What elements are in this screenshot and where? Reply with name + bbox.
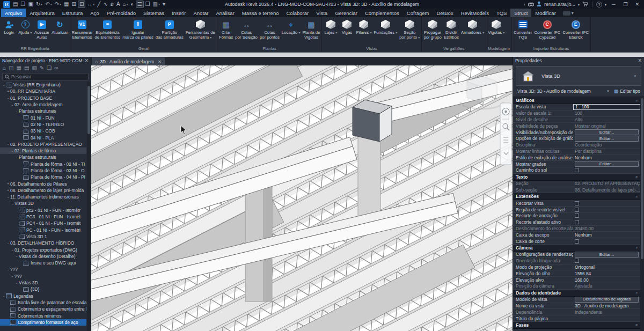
property-row-disciplina[interactable]: DisciplinaCoordenação [513, 142, 640, 149]
menu-tab-revitmodels[interactable]: RevitModels [457, 9, 493, 17]
user-caret-icon[interactable]: ▾ [578, 3, 580, 6]
tree-expander[interactable]: + [6, 89, 10, 94]
tree-item-01-ni-fun[interactable]: 01 NI - FUN [0, 114, 86, 121]
sun-settings-icon[interactable]: ◐ [130, 1, 135, 8]
ribbon-button-cotas-por-selecao[interactable]: ↔Cotaspor Seleção [234, 18, 259, 40]
property-section-camera[interactable]: Câmera≡ [513, 245, 640, 252]
tree-item-vistas-rr-engenharia[interactable]: -Vistas (RR Engenharia) [0, 82, 86, 88]
property-row-deslocamento-do-recorte-afas[interactable]: Deslocamento do recorte afas...30480.00 [513, 226, 640, 232]
visual-style-icon[interactable]: ☰ [136, 1, 144, 8]
tree-expander[interactable]: - [14, 281, 19, 285]
property-value[interactable]: Por disciplina [575, 149, 602, 154]
edit-type-button[interactable]: ▦ Editar tipo [613, 89, 641, 94]
tree-expander[interactable]: + [6, 188, 10, 193]
tree-expander[interactable]: - [6, 267, 10, 272]
detail-line-icon[interactable]: ∿ [102, 1, 108, 8]
tree-item-08-detalhamento-de-lajes-pre-molda[interactable]: +08. Detalhamento de lajes pré-molda [0, 187, 86, 194]
tree-item-01-projetos-exportados-dwg[interactable]: -01. Projetos exportados (DWG) [0, 246, 86, 253]
home-icon[interactable]: ⌂ [3, 65, 6, 71]
search-binoculars-icon[interactable] [528, 2, 534, 8]
redo-icon[interactable]: ↷▾ [54, 1, 62, 8]
tree-item-11-detalhamentos-tridimensionais[interactable]: -11. Detalhamentos tridimensionais [0, 194, 86, 200]
property-row-secao[interactable]: Seção02. PROJETO P/ APRESENTAÇÃO [513, 181, 640, 187]
tree-item-02-plantas-de-forma[interactable]: -02. Plantas de fôrma [0, 148, 86, 154]
close-button[interactable]: ✕ [633, 2, 642, 7]
property-row-estilo-de-exibicao-de-analise-p[interactable]: Estilo de exibição de análise p...Nenhum [513, 155, 640, 161]
tree-item-cobrimento-e-espacamento-entre-ba[interactable]: Cobrimento e espaçamento entre ba [0, 306, 86, 312]
menu-tab-cofragem[interactable]: Cofragem [403, 9, 433, 17]
tree-expander[interactable]: - [6, 195, 10, 200]
tree-expander[interactable]: + [6, 181, 10, 186]
menu-tab-massa-e-terreno[interactable]: Massa e terreno [238, 9, 283, 17]
ribbon-button-criar-formas[interactable]: ▦CriarFôrmas [218, 18, 234, 40]
ribbon-button-cotas-por-pontos[interactable]: ↔Cotaspor pontos [259, 18, 281, 40]
menu-tab-sistemas[interactable]: Sistemas [140, 9, 168, 17]
file-properties-icon[interactable]: ▤ [12, 1, 19, 8]
tree-item-pc4-01-ni-fun-isomet[interactable]: PC4 - 01 NI - FUN - Isomét [0, 220, 86, 226]
property-row-orientacao-bloqueada[interactable]: Orientação bloqueada [513, 258, 640, 264]
tree-item-pc-01-ni-fun-isometri[interactable]: PC - 01 NI - FUN - Isométri [0, 227, 86, 233]
menu-tab-tqs[interactable]: TQS [493, 9, 511, 17]
menu-tab-vista[interactable]: Vista [312, 9, 331, 17]
editar-button[interactable]: Detalhamento de vigotas [575, 297, 639, 303]
ribbon-button-vigas[interactable]: Vigas [339, 18, 355, 35]
tree-expander[interactable]: - [10, 149, 14, 153]
checkbox[interactable] [575, 201, 579, 205]
sync-icon[interactable]: ↻▾ [35, 1, 43, 8]
editar-button[interactable]: Editar... [575, 252, 639, 258]
tree-item-pc2-01-ni-fun-isometr[interactable]: pc2 - 01 NI - FUN - Isométr [0, 207, 86, 214]
tree-item-plantas-estruturais[interactable]: -Plantas estruturais [0, 108, 86, 114]
tree-item-planta-de-forma-03-ni-o[interactable]: Planta de fôrma - 03 NI - O [0, 167, 86, 174]
restore-button[interactable]: ❐ [621, 2, 630, 7]
ribbon-button-secao-por-ponto[interactable]: Seçãopor ponto ▾ [398, 18, 421, 40]
property-value[interactable]: Alto [575, 117, 582, 122]
tree-item-02-area-de-modelagem[interactable]: -02. Área de modelagem [0, 101, 86, 108]
customize-qat-icon[interactable]: ▾ [162, 1, 166, 8]
property-section-extensoes[interactable]: Extensões≡ [513, 193, 640, 200]
property-value[interactable]: 1556.84 [575, 271, 591, 276]
tree-expander[interactable]: - [10, 201, 14, 206]
tree-item-02-projeto-p-apresentacao[interactable]: -02. PROJETO P/ APRESENTAÇÃO [0, 141, 86, 148]
tree-item-borda-livre-de-patarmar-de-escadas[interactable]: Borda livre de patarmar de escadas [0, 299, 86, 306]
link-icon[interactable]: ∞ [54, 65, 58, 71]
tree-item-vista-3d-1[interactable]: Vista 3D 1 [0, 233, 86, 240]
tree-expander[interactable]: - [6, 241, 10, 246]
tree-item-vistas-3d[interactable]: -Vistas 3D [0, 200, 86, 207]
property-row-regiao-de-recorte-visivel[interactable]: Região de recorte visível [513, 207, 640, 213]
ribbon-button-login[interactable]: Login [1, 18, 17, 35]
property-value[interactable]: 08. Detalhamento de lajes pré-... [575, 187, 640, 193]
section-pin-icon[interactable]: ≡ [635, 175, 638, 179]
ribbon-button-vigotas[interactable]: Vigotas ▾ [487, 18, 506, 35]
property-section-dados-de-identidade[interactable]: Dados de identidade≡ [513, 290, 640, 297]
navigation-bar[interactable] [500, 103, 511, 165]
menu-tab-aco[interactable]: Aço [86, 9, 103, 17]
editar-button[interactable]: Editar... [575, 161, 639, 167]
menu-tab-estrutura[interactable]: Estrutura [58, 9, 87, 17]
menu-tab-modificar[interactable]: Modificar [531, 9, 560, 17]
tree-item-planta-de-forma-04-ni-pi[interactable]: Planta de fôrma - 04 NI - PI [0, 174, 86, 180]
property-value[interactable]: 160.00 [575, 277, 589, 283]
chevron-down-icon[interactable]: ▾ [607, 89, 609, 93]
ribbon-button-converter-ifc-cypecad[interactable]: CConverter IFCCypecad [533, 18, 561, 40]
property-row-mostrar-grades[interactable]: Mostrar gradesEditar... [513, 161, 640, 167]
measure-icon[interactable]: ⊡ [78, 1, 85, 8]
tree-item-comprimento-formatos-de-aco[interactable]: Comprimento formatos de aço [0, 319, 86, 326]
tree-expander[interactable]: - [2, 293, 6, 298]
menu-tab-struct[interactable]: Struct [510, 9, 531, 17]
property-value[interactable]: 1 : 100 [575, 104, 589, 109]
tree-expander[interactable]: - [6, 95, 10, 100]
ribbon-button-ferramentas-de-geometria[interactable]: Ferramentas deGeometria ▾ [185, 18, 216, 40]
tree-item-3d[interactable]: {3D} [0, 286, 86, 292]
menu-tab-arquitetura[interactable]: Arquitetura [26, 9, 58, 17]
default-3d-view-icon[interactable]: ⌂▾ [122, 1, 129, 8]
property-value[interactable]: 3D - Auxílio de modelagem [575, 303, 629, 308]
close-icon[interactable]: ✕ [84, 58, 89, 63]
property-row-modelo-de-vista[interactable]: Modelo de vistaDetalhamento de vigotas [513, 297, 640, 303]
menu-tab-inserir[interactable]: Inserir [168, 9, 189, 17]
type-selector[interactable]: Vista 3D ▾ [516, 66, 641, 86]
ribbon-button-particao-das-armaduras[interactable]: PPartiçãodas armaduras [155, 18, 185, 40]
menu-tab-arquivo[interactable]: Arquivo [1, 9, 26, 17]
property-value[interactable]: Nenhum [575, 155, 592, 160]
property-value[interactable]: 30480.00 [575, 226, 594, 231]
tree-item-cobrimentos-minimos[interactable]: Cobrimentos mínimos [0, 312, 86, 319]
